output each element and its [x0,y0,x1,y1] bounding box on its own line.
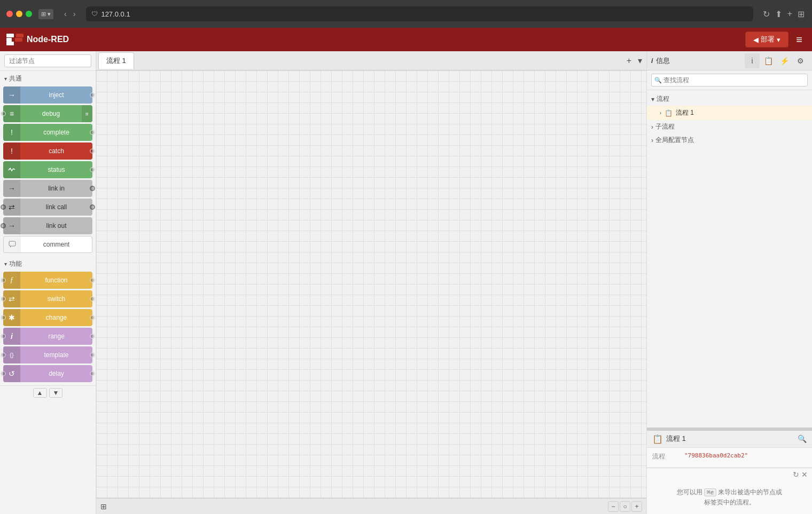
menu-button[interactable]: ≡ [793,31,806,48]
new-tab-btn[interactable]: + [786,8,793,20]
tree-section-flows: ▾ 流程 › 📋 流程 1 [647,92,812,120]
traffic-light-minimize[interactable] [16,11,22,17]
rpt-tune-btn[interactable]: ⚡ [777,53,792,68]
node-link-out[interactable]: → link out [3,217,92,234]
nodes-list-gongtong: → inject ≡ debug ≡ ! complete ! [0,85,96,256]
node-delay[interactable]: ↺ delay [3,365,92,382]
export-close-btn[interactable]: ✕ [801,470,808,479]
nodes-list-gongneng: ƒ function ⇄ switch ✱ change [0,271,96,385]
grid-btn[interactable]: ⊞ [797,8,806,20]
info-value-flow: "798836baa0d2cab2" [684,452,748,459]
scroll-up-btn[interactable]: ▲ [33,388,47,398]
tab-actions: + ▾ [624,54,644,67]
complete-label: complete [20,129,92,136]
deploy-button[interactable]: ◀ 部署 ▾ [745,31,788,48]
node-link-call[interactable]: ⇄ link call [3,199,92,216]
info-panel: 📋 流程 1 🔍 流程 "798836baa0d2cab2" [647,430,812,468]
node-debug[interactable]: ≡ debug ≡ [3,105,92,122]
zoom-reset-btn[interactable]: ○ [620,501,630,512]
linkin-port-right [90,186,95,191]
canvas[interactable] [96,70,646,498]
debug-menu[interactable]: ≡ [82,105,92,122]
right-panel-tab-btns: i 📋 ⚡ ⚙ [745,53,808,68]
logo-icon [6,34,24,45]
export-msg-3: 标签页中的流程。 [704,499,755,506]
rpt-info-btn[interactable]: i [745,53,760,68]
logo: Node-RED [6,34,69,45]
info-panel-title: 流程 1 [666,434,686,444]
tree-section-global-header[interactable]: › 全局配置节点 [647,133,812,147]
node-switch[interactable]: ⇄ switch [3,290,92,307]
change-port-right [90,315,95,320]
shield-icon: 🛡 [91,10,98,18]
add-tab-btn[interactable]: + [624,54,634,67]
node-status[interactable]: status [3,161,92,178]
tree-item-flow1[interactable]: › 📋 流程 1 [647,106,812,120]
search-input[interactable] [4,54,91,67]
node-template[interactable]: {} template [3,346,92,363]
browser-chrome: ⊞ ▾ ‹ › 🛡 127.0.0.1 ↻ ⬆ + ⊞ [0,0,812,28]
traffic-light-fullscreen[interactable] [26,11,32,17]
node-catch[interactable]: ! catch [3,143,92,160]
node-function[interactable]: ƒ function [3,272,92,289]
node-complete[interactable]: ! complete [3,124,92,141]
delay-port-left [1,371,6,376]
rpt-settings-btn[interactable]: ⚙ [793,53,808,68]
zoom-controls: − ○ + [608,501,642,512]
range-port-right [90,334,95,339]
tabs-bar: 流程 1 + ▾ [96,51,646,70]
zoom-minus-btn[interactable]: − [608,501,619,512]
tab-dropdown-btn[interactable]: ▾ [636,54,644,67]
node-link-in[interactable]: → link in [3,180,92,197]
browser-controls: ‹ › [62,9,77,19]
export-refresh-btn[interactable]: ↻ [793,470,799,479]
info-panel-body: 流程 "798836baa0d2cab2" [647,448,812,468]
export-msg-1: 您可以用 [677,488,702,496]
inject-icon: → [3,86,20,104]
catch-icon: ! [3,143,20,160]
category-gongtong-label: 共通 [9,74,22,83]
template-port-left [1,352,6,358]
scroll-down-btn[interactable]: ▼ [49,388,63,398]
search-icon: 🔍 [654,77,662,84]
tree-section-global-chevron: › [651,137,653,144]
share-btn[interactable]: ⬆ [774,8,783,20]
reload-btn[interactable]: ↻ [762,8,771,20]
info-panel-icon: 📋 [652,434,663,444]
svg-rect-1 [6,38,12,42]
tree-section-subflows-header[interactable]: › 子流程 [647,120,812,133]
category-gongtong[interactable]: ▾ 共通 [0,71,96,85]
traffic-light-close[interactable] [6,11,13,17]
canvas-map-btn[interactable]: ⊞ [100,502,107,511]
back-btn[interactable]: ‹ [62,9,69,19]
comment-icon [4,236,21,252]
category-gongneng[interactable]: ▾ 功能 [0,256,96,271]
delay-port-right [90,371,95,376]
sidebar: ▾ 共通 → inject ≡ debug ≡ ! c [0,51,96,514]
right-panel: i 信息 i 📋 ⚡ ⚙ 🔍 ▾ [646,51,812,514]
tree-item-flow1-label: 流程 1 [676,108,694,117]
template-port-right [90,352,95,358]
range-port-left [1,334,6,339]
catch-label: catch [20,147,92,155]
node-range[interactable]: i range [3,328,92,345]
zoom-plus-btn[interactable]: + [631,501,642,512]
node-comment[interactable]: comment [3,236,92,253]
chevron-gongtong: ▾ [4,76,7,82]
forward-btn[interactable]: › [71,9,78,19]
tab-flow1[interactable]: 流程 1 [98,52,134,69]
node-inject[interactable]: → inject [3,86,92,104]
canvas-bottom-bar: ⊞ − ○ + [96,498,646,514]
info-label-flow: 流程 [652,452,684,461]
rpt-book-btn[interactable]: 📋 [761,53,776,68]
main-layout: ▾ 共通 → inject ≡ debug ≡ ! c [0,51,812,514]
flow-search-input[interactable] [651,74,808,86]
address-bar[interactable]: 🛡 127.0.0.1 [86,6,753,21]
node-change[interactable]: ✱ change [3,309,92,326]
complete-icon: ! [3,124,20,141]
tree-section-flows-header[interactable]: ▾ 流程 [647,92,812,106]
inject-port-right [90,92,95,98]
sidebar-toggle-btn[interactable]: ⊞ ▾ [38,9,53,19]
info-panel-search-btn[interactable]: 🔍 [798,434,807,443]
template-label: template [20,351,92,359]
